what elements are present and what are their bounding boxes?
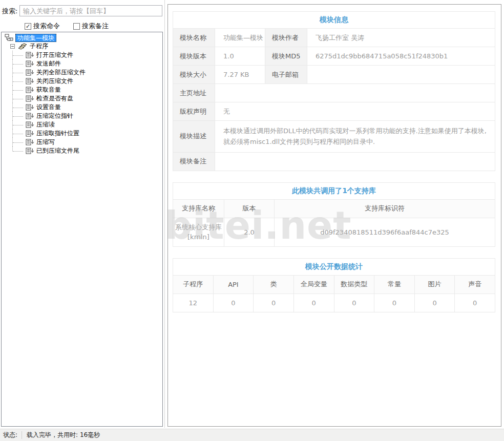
tree-item[interactable]: 检查是否有盘 [2, 94, 162, 103]
lib-version-header: 版本 [224, 199, 275, 218]
stats-value: 12 [173, 293, 214, 312]
module-info-title: 模块信息 [173, 12, 495, 29]
stats-header: 数据类型 [334, 275, 374, 293]
tree-item[interactable]: 已到压缩文件尾 [2, 146, 162, 155]
search-command-label: 搜索命令 [33, 22, 60, 31]
tree-item[interactable]: 压缩读 [2, 120, 162, 129]
tree-root-module[interactable]: 功能集—模块 [2, 33, 162, 42]
subroutine-icon [26, 148, 34, 154]
module-author-value: 飞扬工作室 吴涛 [307, 29, 495, 47]
stats-value: 0 [213, 293, 254, 312]
subroutine-icon [26, 121, 34, 128]
lib-version: 2.0 [224, 218, 275, 246]
lib-guid: d09f2340818511d396f6aaf844c7e325 [275, 218, 495, 246]
module-version-value: 1.0 [215, 47, 265, 66]
stats-header: 全局变量 [293, 275, 334, 293]
module-md5-value: 6275d1dc9bb684715a058c51f24830b1 [307, 47, 495, 66]
module-copyright-label: 版权声明 [173, 102, 215, 121]
support-lib-title: 此模块共调用了1个支持库 [173, 182, 495, 199]
left-pane: 搜索: ✓ 搜索命令 搜索备注 功能集—模块 [0, 0, 164, 429]
subroutine-icon [26, 130, 34, 137]
module-email-value [307, 66, 495, 84]
stats-value: 0 [334, 293, 374, 312]
lib-alias: [krnln] [173, 232, 224, 242]
module-version-label: 模块版本 [173, 47, 215, 66]
module-remark-value [215, 152, 495, 171]
stats-title: 模块公开数据统计 [173, 258, 495, 275]
module-remark-label: 模块备注 [173, 152, 215, 171]
tree-item[interactable]: 关闭压缩文件 [2, 77, 162, 86]
tree-item[interactable]: 关闭全部压缩文件 [2, 68, 162, 77]
search-row: 搜索: [2, 5, 162, 16]
tree-item-label: 获取音量 [36, 86, 61, 94]
status-bar: 状态: 载入完毕，共用时: 16毫秒 [0, 429, 504, 441]
search-remark-label: 搜索备注 [82, 22, 109, 31]
stats-value: 0 [455, 293, 495, 312]
module-email-label: 电子邮箱 [265, 66, 307, 84]
stats-table: 模块公开数据统计 子程序 API 类 全局变量 数据类型 常量 图片 声音 12… [173, 258, 495, 312]
module-copyright-value: 无 [215, 102, 495, 121]
subroutine-icon [26, 78, 34, 85]
tree-item-label: 关闭压缩文件 [36, 77, 73, 86]
tree-group-label: 子程序 [30, 42, 48, 51]
pane-splitter[interactable] [164, 0, 165, 428]
stats-header: 图片 [414, 275, 455, 293]
module-icon [5, 34, 13, 41]
status-text: 载入完毕，共用时: 16毫秒 [27, 431, 100, 439]
status-label: 状态: [0, 431, 22, 439]
stats-header: 类 [254, 275, 294, 293]
module-desc-label: 模块描述 [173, 121, 215, 153]
support-lib-row: 系统核心支持库 [krnln] 2.0 d09f2340818511d396f6… [173, 218, 495, 246]
tree-item-label: 发送邮件 [36, 59, 61, 68]
status-divider [22, 431, 22, 439]
collapse-icon[interactable] [10, 44, 15, 49]
module-author-label: 模块作者 [265, 29, 307, 47]
tree-item[interactable]: 压缩定位指针 [2, 112, 162, 120]
tree-item[interactable]: 压缩取指针位置 [2, 129, 162, 138]
module-info-table: 模块信息 模块名称 功能集—模块 模块作者 飞扬工作室 吴涛 模块版本 1.0 … [173, 11, 495, 171]
lib-name: 系统核心支持库 [173, 222, 224, 233]
tree-item-label: 已到压缩文件尾 [36, 146, 79, 155]
module-name-label: 模块名称 [173, 29, 215, 47]
module-homepage-value [215, 84, 495, 102]
search-remark-checkbox[interactable]: 搜索备注 [73, 22, 109, 31]
stats-value: 0 [414, 293, 455, 312]
stats-header: 常量 [374, 275, 415, 293]
stats-value: 0 [293, 293, 334, 312]
tree-item-label: 打开压缩文件 [36, 51, 73, 59]
stats-header-row: 子程序 API 类 全局变量 数据类型 常量 图片 声音 [173, 275, 495, 293]
stats-header: 声音 [455, 275, 495, 293]
tree-item-label: 压缩取指针位置 [36, 129, 79, 138]
module-tree: 功能集—模块 子程序 打开压缩文件 发送邮件 关闭全部压缩文件 [1, 32, 163, 427]
lib-name-header: 支持库名称 [173, 199, 224, 218]
subroutine-icon [26, 95, 34, 102]
stats-header: 子程序 [173, 275, 214, 293]
tree-item[interactable]: 获取音量 [2, 86, 162, 94]
module-name-value: 功能集—模块 [215, 29, 265, 47]
tree-item-label: 检查是否有盘 [36, 94, 73, 103]
tree-item-label: 压缩写 [36, 138, 55, 146]
subroutine-icon [26, 113, 34, 119]
lib-guid-header: 支持库标识符 [275, 199, 495, 218]
tree-item-label: 关闭全部压缩文件 [36, 68, 86, 77]
tree-item[interactable]: 打开压缩文件 [2, 51, 162, 59]
subroutine-icon [26, 60, 34, 67]
tree-item[interactable]: 发送邮件 [2, 59, 162, 68]
search-command-checkbox[interactable]: ✓ 搜索命令 [25, 22, 60, 31]
tree-item-label: 压缩定位指针 [36, 112, 73, 120]
search-options: ✓ 搜索命令 搜索备注 [25, 22, 109, 31]
subroutine-icon [26, 52, 34, 58]
module-size-value: 7.27 KB [215, 66, 265, 84]
tree-root-label: 功能集—模块 [15, 34, 56, 42]
stats-value: 0 [254, 293, 294, 312]
search-input[interactable] [19, 5, 162, 16]
tree-item-label: 压缩读 [36, 120, 55, 129]
module-homepage-label: 主页地址 [173, 84, 215, 102]
tree-item[interactable]: 压缩写 [2, 138, 162, 146]
tree-item[interactable]: 设置音量 [2, 103, 162, 112]
tree-group-subroutines[interactable]: 子程序 [2, 42, 162, 51]
subroutine-icon [26, 104, 34, 111]
stack-icon [18, 43, 27, 50]
module-desc-value: 本模块通过调用外部DLL中的代码而实现对一系列常用功能的支持.注意如果使用了本模… [215, 121, 495, 153]
module-md5-label: 模块MD5 [265, 47, 307, 66]
